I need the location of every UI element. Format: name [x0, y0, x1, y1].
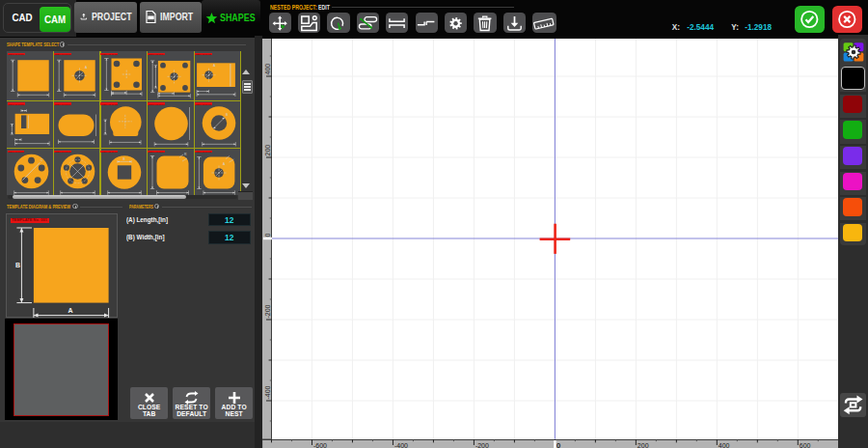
- svg-text:200: 200: [264, 145, 271, 156]
- svg-text:0: 0: [264, 233, 271, 237]
- svg-text:400: 400: [718, 441, 729, 448]
- svg-text:B: B: [15, 262, 20, 268]
- svg-text:-400: -400: [394, 441, 408, 448]
- svg-text:0: 0: [556, 441, 560, 448]
- svg-text:200: 200: [637, 441, 648, 448]
- svg-text:R: R: [184, 153, 187, 156]
- svg-text:-200: -200: [264, 304, 271, 318]
- svg-text:-600: -600: [313, 441, 327, 448]
- svg-text:400: 400: [264, 64, 271, 75]
- svg-text:A: A: [68, 307, 73, 314]
- svg-text:-200: -200: [475, 441, 489, 448]
- svg-text:600: 600: [799, 441, 810, 448]
- svg-text:-400: -400: [264, 385, 271, 399]
